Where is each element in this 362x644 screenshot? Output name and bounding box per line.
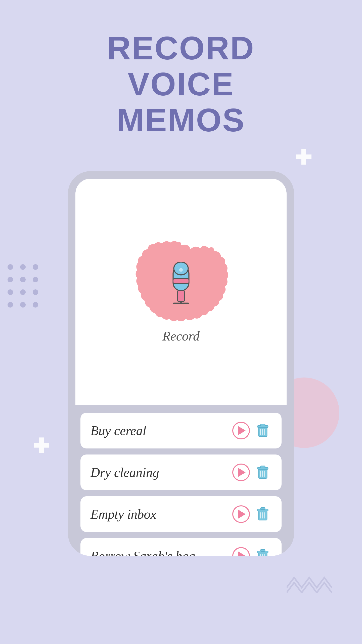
svg-rect-4 (177, 291, 185, 301)
play-button-4[interactable] (232, 547, 250, 556)
app-title: RECORD VOICE MEMOS (0, 30, 362, 138)
memo-text-4: Borrow Sarah's bag (90, 549, 195, 556)
svg-rect-9 (260, 424, 265, 426)
delete-button-2[interactable] (254, 464, 272, 481)
memo-actions-2 (232, 464, 272, 481)
play-triangle-icon-3 (238, 510, 246, 519)
delete-button-3[interactable] (254, 505, 272, 523)
play-triangle-icon-4 (238, 551, 246, 556)
record-label: Record (162, 329, 200, 344)
svg-rect-27 (260, 549, 265, 551)
cross-decoration-top-right: ✚ (295, 146, 312, 169)
memo-list: Buy cereal Dry cl (75, 405, 287, 556)
svg-rect-2 (173, 278, 189, 283)
play-button-3[interactable] (232, 505, 250, 523)
memo-item-3: Empty inbox (80, 496, 282, 532)
background-dots (8, 264, 38, 308)
memo-text-2: Dry cleaning (90, 465, 159, 480)
cross-decoration-bottom-left: ✚ (33, 434, 50, 458)
svg-point-3 (179, 268, 183, 272)
play-triangle-icon-1 (238, 426, 246, 435)
memo-item-1: Buy cereal (80, 413, 282, 448)
zigzag-decoration (287, 573, 337, 594)
svg-rect-21 (260, 508, 265, 510)
delete-button-1[interactable] (254, 422, 272, 439)
phone-card: Record Buy cereal (68, 171, 294, 556)
svg-rect-15 (260, 466, 265, 468)
memo-actions-3 (232, 505, 272, 523)
memo-item-4: Borrow Sarah's bag (80, 538, 282, 556)
microphone-icon (158, 262, 204, 312)
record-button[interactable]: Record (133, 241, 229, 344)
memo-item-2: Dry cleaning (80, 454, 282, 490)
play-button-1[interactable] (232, 422, 250, 439)
memo-actions-1 (232, 422, 272, 439)
play-triangle-icon-2 (238, 468, 246, 477)
delete-button-4[interactable] (254, 547, 272, 556)
memo-text-1: Buy cereal (90, 423, 146, 438)
memo-text-3: Empty inbox (90, 507, 156, 522)
play-button-2[interactable] (232, 464, 250, 481)
record-section: Record (75, 179, 287, 405)
memo-actions-4 (232, 547, 272, 556)
